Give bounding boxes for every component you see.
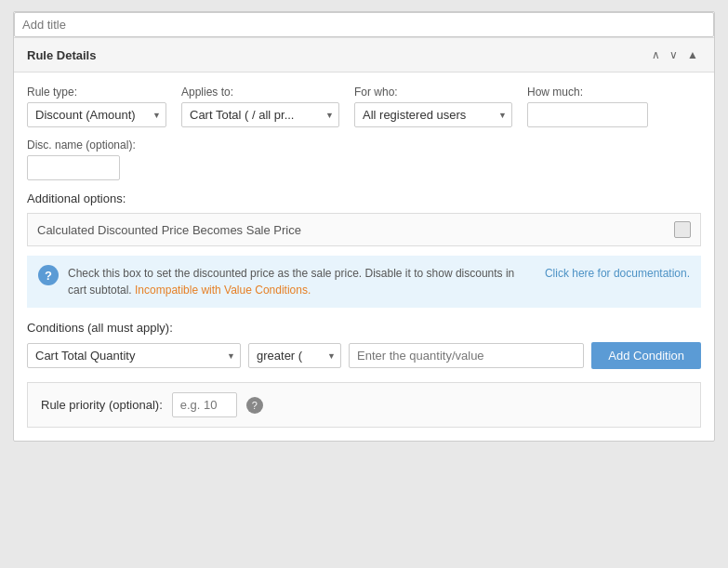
disc-name-label: Disc. name (optional): — [27, 139, 136, 152]
add-condition-button[interactable]: Add Condition — [591, 342, 701, 369]
for-who-group: For who: All registered users — [354, 86, 512, 127]
help-icon[interactable]: ? — [246, 397, 263, 414]
applies-to-label: Applies to: — [181, 86, 339, 99]
main-card: Rule Details ∧ ∨ ▲ Rule type: Discount (… — [13, 11, 715, 442]
rule-type-select[interactable]: Discount (Amount) — [27, 102, 166, 127]
info-icon: ? — [38, 265, 59, 285]
applies-to-group: Applies to: Cart Total ( / all pr... — [181, 86, 339, 127]
for-who-label: For who: — [354, 86, 512, 99]
rule-type-select-wrapper: Discount (Amount) — [27, 102, 166, 127]
conditions-row: Cart Total Quantity Cart Total Product Q… — [27, 342, 701, 369]
for-who-select-wrapper: All registered users — [354, 102, 512, 127]
title-input[interactable] — [14, 12, 714, 37]
disc-name-input[interactable] — [27, 155, 120, 180]
info-text: Check this box to set the discounted pri… — [68, 265, 536, 298]
rule-type-row: Rule type: Discount (Amount) Applies to:… — [27, 86, 701, 127]
disc-name-group: Disc. name (optional): — [27, 139, 136, 180]
collapse-down-button[interactable]: ∨ — [667, 47, 681, 62]
conditions-label: Conditions (all must apply): — [27, 321, 701, 335]
how-much-input[interactable] — [527, 102, 648, 127]
condition-value-input[interactable] — [349, 343, 584, 368]
condition-operator-select[interactable]: greater ( less ( equals — [248, 343, 341, 368]
checkbox-row: Calculated Discounted Price Becomes Sale… — [27, 213, 701, 246]
collapse-toggle-button[interactable]: ▲ — [684, 47, 701, 62]
how-much-label: How much: — [527, 86, 648, 99]
applies-to-select-wrapper: Cart Total ( / all pr... — [181, 102, 339, 127]
applies-to-select[interactable]: Cart Total ( / all pr... — [181, 102, 339, 127]
condition-op-wrapper: greater ( less ( equals — [248, 343, 341, 368]
info-text-warning: Incompatible with Value Conditions. — [132, 284, 311, 297]
additional-options-label: Additional options: — [27, 192, 701, 205]
section-body: Rule type: Discount (Amount) Applies to:… — [14, 73, 714, 441]
rule-type-label: Rule type: — [27, 86, 166, 99]
priority-row: Rule priority (optional): ? — [27, 382, 701, 428]
section-title: Rule Details — [27, 48, 96, 62]
collapse-up-button[interactable]: ∧ — [649, 47, 663, 62]
rule-details-section: Rule Details ∧ ∨ ▲ Rule type: Discount (… — [14, 37, 714, 441]
section-controls: ∧ ∨ ▲ — [649, 47, 701, 62]
disc-name-row: Disc. name (optional): — [27, 139, 701, 180]
condition-type-wrapper: Cart Total Quantity Cart Total Product Q… — [27, 343, 241, 368]
condition-type-select[interactable]: Cart Total Quantity Cart Total Product Q… — [27, 343, 241, 368]
calculated-price-checkbox[interactable] — [674, 221, 691, 238]
rule-type-group: Rule type: Discount (Amount) — [27, 86, 166, 127]
checkbox-label: Calculated Discounted Price Becomes Sale… — [37, 223, 301, 237]
how-much-group: How much: — [527, 86, 648, 127]
for-who-select[interactable]: All registered users — [354, 102, 512, 127]
info-box: ? Check this box to set the discounted p… — [27, 256, 701, 308]
section-header: Rule Details ∧ ∨ ▲ — [14, 38, 714, 73]
priority-input[interactable] — [172, 392, 237, 417]
info-link[interactable]: Click here for documentation. — [545, 265, 690, 282]
priority-label: Rule priority (optional): — [41, 398, 163, 412]
